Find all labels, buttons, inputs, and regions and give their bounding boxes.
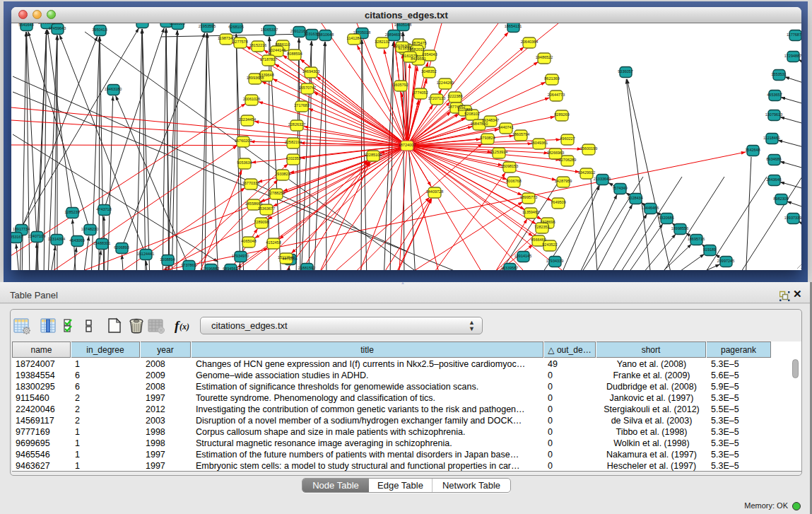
svg-text:16770338: 16770338 [242, 181, 259, 185]
svg-text:1141284: 1141284 [346, 36, 361, 40]
svg-text:1008894: 1008894 [160, 257, 175, 262]
svg-text:3542648: 3542648 [745, 148, 760, 152]
svg-text:3222386: 3222386 [447, 94, 462, 98]
svg-text:13446466: 13446466 [642, 206, 659, 210]
svg-text:20997245: 20997245 [717, 259, 734, 263]
svg-text:7289096: 7289096 [254, 220, 269, 224]
svg-text:18998556: 18998556 [671, 226, 688, 230]
svg-text:11218461: 11218461 [763, 136, 780, 140]
svg-text:10748230: 10748230 [81, 227, 98, 231]
svg-text:20061026: 20061026 [243, 97, 260, 101]
svg-text:16605148: 16605148 [394, 23, 411, 27]
svg-text:17207133: 17207133 [428, 96, 445, 100]
svg-text:15065337: 15065337 [261, 28, 278, 32]
svg-text:14409728: 14409728 [426, 189, 443, 194]
svg-text:4152458: 4152458 [266, 240, 281, 245]
svg-text:1285239: 1285239 [64, 210, 79, 214]
svg-text:2717683: 2717683 [294, 103, 309, 107]
svg-text:2875475: 2875475 [411, 41, 426, 45]
svg-text:8934686: 8934686 [766, 157, 781, 161]
svg-text:20894697: 20894697 [385, 33, 402, 37]
svg-text:18917734: 18917734 [13, 227, 30, 231]
svg-text:2933823: 2933823 [275, 172, 290, 176]
svg-text:5208102: 5208102 [464, 112, 479, 116]
svg-text:15098153: 15098153 [501, 164, 518, 168]
svg-text:7649509: 7649509 [551, 200, 565, 204]
svg-text:6206893: 6206893 [114, 245, 129, 250]
svg-text:15600199: 15600199 [580, 146, 597, 151]
svg-text:15112940: 15112940 [278, 255, 295, 259]
svg-text:19463180: 19463180 [105, 87, 122, 91]
svg-text:14694303: 14694303 [302, 69, 319, 74]
svg-text:20644773: 20644773 [548, 93, 565, 97]
svg-text:9053634: 9053634 [237, 160, 252, 165]
svg-text:5339648: 5339648 [259, 73, 273, 77]
svg-text:4065048: 4065048 [241, 239, 256, 243]
svg-text:15363677: 15363677 [258, 206, 275, 211]
svg-text:(x): (x) [180, 322, 189, 332]
svg-text:4566460: 4566460 [531, 238, 546, 242]
svg-text:6028503: 6028503 [170, 23, 184, 25]
svg-text:9336057: 9336057 [618, 69, 632, 74]
svg-text:9853167: 9853167 [11, 235, 23, 239]
svg-text:18695716: 18695716 [688, 237, 705, 241]
svg-text:17187807: 17187807 [260, 57, 277, 62]
svg-text:21333649: 21333649 [594, 177, 611, 181]
svg-text:15488301: 15488301 [93, 241, 110, 245]
svg-text:22407109: 22407109 [28, 234, 45, 238]
svg-text:13079613: 13079613 [765, 112, 782, 117]
svg-text:6268105: 6268105 [228, 25, 243, 29]
svg-text:19937339: 19937339 [784, 216, 801, 220]
svg-text:8289269: 8289269 [554, 112, 569, 117]
svg-text:12788253: 12788253 [268, 191, 285, 195]
svg-text:3048352: 3048352 [421, 69, 436, 74]
svg-text:2843646: 2843646 [766, 177, 781, 182]
svg-text:18724007: 18724007 [399, 143, 416, 147]
svg-text:12244269: 12244269 [437, 81, 454, 85]
svg-text:14558665: 14558665 [245, 201, 262, 206]
svg-text:3774052: 3774052 [413, 90, 428, 95]
svg-text:17934339: 17934339 [546, 259, 563, 263]
svg-text:10244146: 10244146 [269, 48, 286, 52]
svg-text:18152216: 18152216 [249, 43, 266, 47]
svg-text:6894562: 6894562 [223, 267, 237, 270]
svg-text:16049361: 16049361 [531, 141, 548, 145]
svg-text:18605794: 18605794 [512, 132, 529, 136]
svg-text:19486522: 19486522 [536, 55, 553, 59]
svg-text:8088594: 8088594 [287, 52, 302, 56]
svg-text:17996865: 17996865 [38, 23, 55, 25]
svg-text:3161579: 3161579 [402, 54, 417, 58]
svg-text:9793824: 9793824 [480, 136, 495, 140]
svg-text:1605792: 1605792 [393, 83, 408, 87]
svg-text:3277578: 3277578 [233, 40, 247, 44]
svg-text:4643069: 4643069 [69, 238, 84, 243]
svg-text:8006768: 8006768 [506, 179, 521, 183]
svg-text:8582011: 8582011 [409, 47, 424, 52]
svg-text:16760207: 16760207 [235, 139, 252, 143]
svg-text:7282351: 7282351 [534, 225, 549, 229]
svg-text:13810648: 13810648 [317, 33, 334, 37]
svg-text:8621369: 8621369 [544, 76, 559, 81]
svg-text:4653657: 4653657 [767, 93, 782, 97]
svg-text:18654131: 18654131 [505, 24, 522, 28]
svg-text:10914145: 10914145 [514, 254, 531, 258]
svg-text:919189: 919189 [703, 247, 716, 252]
svg-text:7328696: 7328696 [540, 220, 555, 224]
svg-text:14287959: 14287959 [555, 179, 572, 183]
svg-text:11776872: 11776872 [787, 33, 801, 37]
svg-text:21881592: 21881592 [298, 266, 315, 270]
svg-text:12285106: 12285106 [365, 153, 382, 157]
svg-text:20234454: 20234454 [239, 117, 256, 122]
svg-text:17294887: 17294887 [784, 54, 801, 58]
svg-text:5541643: 5541643 [18, 23, 33, 27]
svg-text:2480963: 2480963 [134, 23, 149, 24]
svg-text:19348347: 19348347 [482, 118, 499, 122]
svg-text:18266963: 18266963 [547, 151, 564, 155]
svg-text:22339587: 22339587 [501, 266, 518, 270]
svg-text:17934970: 17934970 [232, 254, 249, 258]
svg-text:8886110: 8886110 [275, 42, 290, 47]
svg-text:6028434: 6028434 [628, 196, 642, 200]
svg-text:4743718: 4743718 [96, 207, 111, 211]
svg-text:4960227: 4960227 [560, 136, 575, 141]
svg-text:9243522: 9243522 [542, 243, 557, 247]
